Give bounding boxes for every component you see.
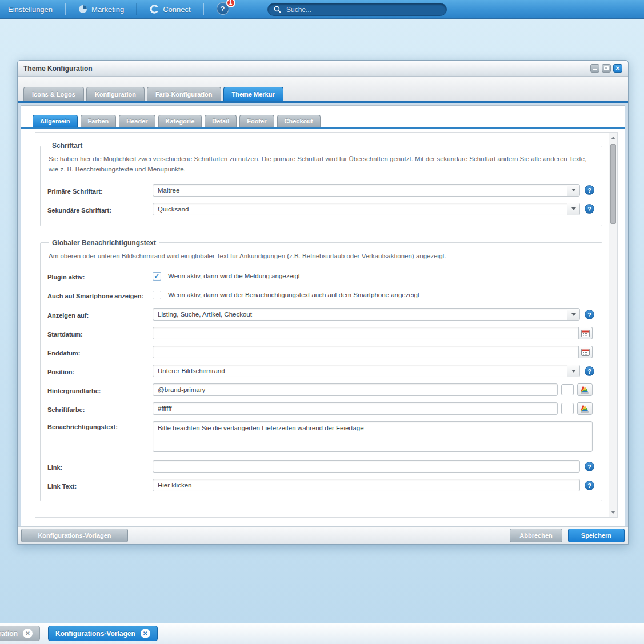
primary-font-select[interactable]: Maitree [153, 184, 580, 197]
maximize-icon [604, 66, 609, 70]
link-input[interactable] [153, 460, 580, 473]
abbrechen-button[interactable]: Abbrechen [510, 529, 562, 542]
scroll-up-arrow-icon[interactable] [609, 134, 617, 142]
close-icon[interactable]: ✕ [141, 629, 150, 638]
position-select[interactable]: Unterer Bildschirmrand [153, 365, 580, 377]
tab-icons-logos[interactable]: Icons & Logos [23, 87, 84, 101]
global-search[interactable] [267, 3, 447, 16]
chevron-down-icon[interactable] [567, 203, 579, 215]
subtab-checkout[interactable]: Checkout [277, 115, 321, 127]
subtab-farben[interactable]: Farben [81, 115, 117, 127]
link-text-label: Link Text: [47, 481, 153, 490]
secondary-font-label: Sekundäre Schriftart: [47, 205, 153, 214]
anzeigen-auf-label: Anzeigen auf: [47, 310, 153, 319]
tab-konfiguration[interactable]: Konfiguration [86, 87, 145, 101]
anzeigen-auf-select[interactable]: Listing, Suche, Artikel, Checkout [153, 308, 580, 321]
form-scroll-pane: Schriftart Sie haben hier die Möglichkei… [35, 132, 618, 518]
subtab-header[interactable]: Header [119, 115, 155, 127]
calendar-icon[interactable] [579, 346, 593, 358]
maximize-button[interactable] [602, 64, 611, 73]
vertical-scrollbar[interactable] [609, 133, 617, 517]
check-icon: ✓ [154, 272, 159, 280]
help-icon[interactable]: ? [585, 204, 594, 214]
calendar-icon[interactable] [579, 327, 593, 339]
menu-separator [203, 3, 204, 15]
startdatum-label: Startdatum: [47, 329, 153, 338]
help-icon[interactable]: ? [585, 366, 594, 376]
chevron-down-icon[interactable] [567, 309, 579, 320]
schriftart-description: Sie haben hier die Möglichkeit zwei vers… [49, 154, 594, 175]
position-label: Position: [47, 366, 153, 375]
primary-font-value: Maitree [153, 185, 567, 196]
menu-marketing[interactable]: Marketing [70, 0, 132, 18]
menu-connect[interactable]: Connect [142, 0, 198, 18]
chevron-down-icon[interactable] [567, 185, 579, 196]
benachrichtigung-description: Am oberen oder unteren Bildschirmrand wi… [49, 251, 594, 262]
taskbar-tab-theme-konfiguration[interactable]: uration ✕ [0, 626, 40, 641]
fieldset-benachrichtigung-legend: Globaler Benachrichtigungstext [49, 239, 159, 247]
theme-configuration-window: Theme Konfiguration ✕ Icons & Logos Konf… [17, 60, 629, 545]
color-palette-icon[interactable] [577, 383, 593, 396]
search-input[interactable] [285, 5, 441, 14]
konfigurations-vorlagen-button[interactable]: Konfigurations-Vorlagen [21, 529, 128, 542]
minimize-button[interactable] [590, 64, 599, 73]
scroll-down-arrow-icon[interactable] [609, 508, 617, 516]
color-swatch[interactable] [561, 403, 574, 414]
plugin-aktiv-hint: Wenn aktiv, dann wird die Meldung angeze… [168, 273, 300, 279]
taskbar-tab-label: uration [0, 630, 18, 638]
hintergrundfarbe-label: Hintergrundfarbe: [47, 385, 153, 394]
fieldset-schriftart: Schriftart Sie haben hier die Möglichkei… [40, 142, 602, 226]
schriftfarbe-label: Schriftfarbe: [47, 404, 153, 413]
menu-connect-label: Connect [163, 5, 190, 14]
menu-marketing-label: Marketing [91, 5, 124, 14]
fieldset-sidebar-widget: Sidebar Widget [40, 516, 602, 518]
help-icon[interactable]: ? [585, 481, 594, 490]
close-icon: ✕ [615, 65, 620, 71]
close-icon[interactable]: ✕ [23, 629, 33, 638]
chevron-down-icon[interactable] [567, 365, 579, 377]
secondary-font-select[interactable]: Quicksand [153, 203, 580, 215]
schriftfarbe-input[interactable] [153, 402, 558, 415]
link-text-input[interactable] [153, 479, 580, 491]
window-body: Allgemein Farben Header Kategorie Detail… [21, 105, 625, 526]
subtab-allgemein[interactable]: Allgemein [33, 115, 78, 127]
plugin-aktiv-label: Plugin aktiv: [47, 271, 153, 281]
window-titlebar[interactable]: Theme Konfiguration ✕ [18, 61, 628, 77]
menu-einstellungen[interactable]: Einstellungen [0, 0, 61, 18]
enddatum-label: Enddatum: [47, 347, 153, 357]
enddatum-input[interactable] [153, 346, 579, 358]
notification-badge: 1 [226, 0, 235, 7]
tab-theme-merkur[interactable]: Theme Merkur [223, 87, 283, 101]
connect-icon [150, 5, 159, 14]
benachrichtigungstext-textarea[interactable]: Bitte beachten Sie die verlängerten Lief… [153, 421, 593, 452]
fieldset-globaler-benachrichtigungstext: Globaler Benachrichtigungstext Am oberen… [40, 239, 602, 502]
help-icon[interactable]: ? [585, 310, 594, 319]
hintergrundfarbe-input[interactable] [153, 383, 558, 396]
main-tab-strip: Icons & Logos Konfiguration Farb-Konfigu… [18, 77, 628, 103]
help-icon[interactable]: ? [585, 462, 594, 471]
color-swatch[interactable] [561, 384, 574, 395]
help-menu[interactable]: ? 1 [217, 2, 230, 16]
help-icon[interactable]: ? [585, 185, 594, 195]
plugin-aktiv-checkbox[interactable]: ✓ [153, 272, 161, 281]
scrollbar-thumb[interactable] [610, 144, 616, 224]
tab-farb-konfiguration[interactable]: Farb-Konfiguration [147, 87, 221, 101]
startdatum-input[interactable] [153, 327, 579, 339]
fieldset-sidebar-widget-legend: Sidebar Widget [49, 516, 105, 518]
close-button[interactable]: ✕ [613, 64, 622, 73]
sub-tab-strip: Allgemein Farben Header Kategorie Detail… [21, 106, 625, 129]
smartphone-hint: Wenn aktiv, dann wird der Benachrichtigu… [168, 291, 419, 298]
color-palette-icon[interactable] [577, 402, 593, 415]
subtab-kategorie[interactable]: Kategorie [158, 115, 202, 127]
speichern-button[interactable]: Speichern [568, 529, 625, 542]
subtab-detail[interactable]: Detail [205, 115, 237, 127]
smartphone-checkbox[interactable] [153, 291, 161, 299]
window-title: Theme Konfiguration [23, 65, 93, 73]
secondary-font-value: Quicksand [153, 203, 567, 215]
search-icon [274, 6, 281, 13]
anzeigen-auf-value: Listing, Suche, Artikel, Checkout [153, 309, 567, 320]
fieldset-schriftart-legend: Schriftart [49, 142, 85, 150]
taskbar-tab-konfigurations-vorlagen[interactable]: Konfigurations-Vorlagen ✕ [48, 626, 158, 641]
smartphone-label: Auch auf Smartphone anzeigen: [47, 290, 153, 299]
subtab-footer[interactable]: Footer [239, 115, 274, 127]
